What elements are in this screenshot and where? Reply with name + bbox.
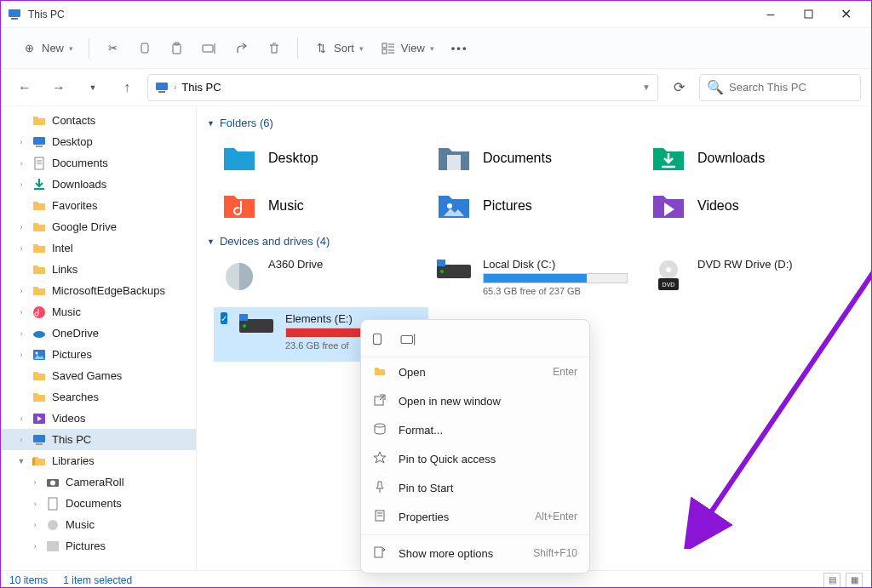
context-item-shortcut: Alt+Enter <box>535 511 577 522</box>
sidebar-item-contacts[interactable]: Contacts <box>1 110 196 131</box>
context-format-[interactable]: Format... <box>361 415 589 444</box>
share-button[interactable] <box>227 37 256 60</box>
titlebar: This PC – ✕ <box>1 1 871 28</box>
drive-a360-drive[interactable]: A360 Drive <box>214 253 428 307</box>
folder-pictures[interactable]: Pictures <box>428 182 643 230</box>
rename-button[interactable] <box>195 37 224 60</box>
sidebar-item-libraries[interactable]: ▼Libraries <box>1 450 196 471</box>
folder-label: Downloads <box>697 151 765 166</box>
sidebar-item-desktop[interactable]: ›Desktop <box>1 131 196 152</box>
ellipsis-icon: ••• <box>451 42 468 54</box>
copy-icon[interactable] <box>370 332 385 351</box>
rename-icon <box>202 41 217 56</box>
sidebar-item-favorites[interactable]: Favorites <box>1 195 196 216</box>
sidebar-item-music[interactable]: ›Music <box>1 301 196 323</box>
checkbox-icon[interactable]: ✓ <box>221 312 227 324</box>
expand-icon: › <box>16 308 26 317</box>
folder-downloads[interactable]: Downloads <box>643 134 858 182</box>
context-show-more-options[interactable]: Show more optionsShift+F10 <box>361 539 589 568</box>
status-selected: 1 item selected <box>63 574 132 586</box>
doc-icon <box>32 156 47 171</box>
sidebar-item-pictures[interactable]: ›Pictures <box>1 535 196 557</box>
sidebar-item-pictures[interactable]: ›Pictures <box>1 344 196 365</box>
more-button[interactable]: ••• <box>445 38 475 58</box>
svg-rect-8 <box>382 43 387 48</box>
search-input[interactable] <box>729 81 853 94</box>
view-button[interactable]: View ▾ <box>374 37 441 60</box>
sidebar-item-links[interactable]: Links <box>1 259 196 280</box>
sidebar-item-documents[interactable]: ›Documents <box>1 493 196 514</box>
folder-label: Videos <box>697 198 739 214</box>
context-open-in-new-window[interactable]: Open in new window <box>361 386 589 415</box>
sort-button[interactable]: ⇅ Sort ▾ <box>307 37 370 60</box>
rename-icon[interactable] <box>400 332 417 351</box>
svg-rect-0 <box>9 9 20 17</box>
context-pin-to-start[interactable]: Pin to Start <box>361 473 589 502</box>
close-button[interactable]: ✕ <box>827 2 864 27</box>
minimize-button[interactable]: – <box>752 2 789 27</box>
sidebar-item-videos[interactable]: ›Videos <box>1 408 196 429</box>
group-folders-head[interactable]: ▼ Folders (6) <box>197 111 871 134</box>
folder-videos[interactable]: Videos <box>643 182 858 230</box>
plus-icon: ⊕ <box>21 41 37 56</box>
context-open[interactable]: OpenEnter <box>361 357 589 386</box>
search-field[interactable]: 🔍 <box>699 74 861 101</box>
context-properties[interactable]: PropertiesAlt+Enter <box>361 502 589 531</box>
context-item-label: Format... <box>399 424 443 437</box>
chevron-down-icon: ▾ <box>69 44 73 53</box>
svg-point-45 <box>243 324 246 328</box>
sidebar-item-music[interactable]: ›Music <box>1 514 196 535</box>
sidebar-item-cameraroll[interactable]: ›CameraRoll <box>1 471 196 493</box>
delete-button[interactable] <box>260 37 289 60</box>
drive-label: A360 Drive <box>268 258 422 271</box>
drive-local-disk-c-[interactable]: Local Disk (C:)65.3 GB free of 237 GB <box>428 253 643 307</box>
sidebar-item-searches[interactable]: Searches <box>1 386 196 408</box>
drive-sublabel: 65.3 GB free of 237 GB <box>483 286 636 296</box>
group-drives-head[interactable]: ▼ Devices and drives (4) <box>197 230 871 253</box>
back-button[interactable]: ← <box>11 74 38 101</box>
paste-button[interactable] <box>163 37 192 60</box>
sidebar[interactable]: Contacts›Desktop›Documents›DownloadsFavo… <box>1 106 197 570</box>
pictures-icon <box>32 347 47 363</box>
svg-rect-27 <box>36 443 43 445</box>
up-button[interactable]: ↑ <box>113 74 141 101</box>
details-view-button[interactable]: ▤ <box>823 573 840 588</box>
folder-icon <box>32 241 47 256</box>
tiles-view-button[interactable]: ▦ <box>846 573 863 588</box>
sidebar-item-google-drive[interactable]: ›Google Drive <box>1 216 196 237</box>
folder-documents[interactable]: Documents <box>428 134 643 182</box>
copy-button[interactable] <box>130 37 159 60</box>
maximize-button[interactable] <box>789 2 827 27</box>
sidebar-item-onedrive[interactable]: ›OneDrive <box>1 323 196 344</box>
address-field[interactable]: › This PC ▼ <box>147 74 658 101</box>
more-icon <box>373 545 387 562</box>
address-location: This PC <box>181 81 221 94</box>
sidebar-item-microsoftedgebackups[interactable]: ›MicrosoftEdgeBackups <box>1 280 196 301</box>
sidebar-item-label: Favorites <box>52 199 97 212</box>
sidebar-item-saved-games[interactable]: Saved Games <box>1 365 196 386</box>
folder-desktop[interactable]: Desktop <box>214 134 428 182</box>
folder-label: Documents <box>483 151 552 166</box>
cut-button[interactable]: ✂ <box>98 37 127 60</box>
context-pin-to-quick-access[interactable]: Pin to Quick access <box>361 444 589 473</box>
drive-dvd-rw-drive-d-[interactable]: DVDDVD RW Drive (D:) <box>643 253 858 307</box>
sidebar-item-documents[interactable]: ›Documents <box>1 152 196 174</box>
sidebar-item-label: Google Drive <box>52 220 117 233</box>
sidebar-item-intel[interactable]: ›Intel <box>1 237 196 259</box>
folder-icon <box>32 390 47 405</box>
music-icon <box>32 305 47 320</box>
recent-button[interactable]: ▼ <box>79 74 106 101</box>
forward-button[interactable]: → <box>45 74 72 101</box>
sidebar-item-this-pc[interactable]: ›This PC <box>1 429 196 450</box>
folder-music[interactable]: Music <box>214 182 428 230</box>
chevron-down-icon: ▼ <box>207 119 215 128</box>
refresh-button[interactable]: ⟳ <box>665 74 692 101</box>
sidebar-item-downloads[interactable]: ›Downloads <box>1 174 196 195</box>
svg-rect-9 <box>382 49 387 54</box>
window-title: This PC <box>28 9 65 20</box>
chevron-down-icon[interactable]: ▼ <box>642 83 651 92</box>
context-item-label: Show more options <box>399 547 493 560</box>
expand-icon: › <box>16 436 26 444</box>
folder-icon <box>32 283 47 299</box>
new-button[interactable]: ⊕ New ▾ <box>14 37 80 60</box>
